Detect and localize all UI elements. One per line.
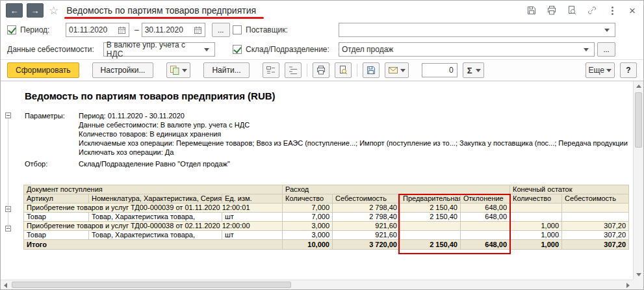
cell-deviation[interactable]: 648,00 [461, 213, 510, 222]
cell-preliminary[interactable]: 2 150,40 [400, 204, 461, 213]
cell-cost[interactable]: 3 720,00 [333, 240, 400, 250]
cell-cost[interactable]: 921,60 [333, 231, 400, 240]
col-header-cost-final[interactable]: Себестоимость [562, 194, 629, 204]
close-icon[interactable]: × [626, 5, 638, 16]
cell-preliminary[interactable] [400, 231, 461, 240]
table-row-detail[interactable]: Товар Товар, Характеристика товара, шт 3… [24, 231, 629, 240]
cell-final-qty[interactable]: 1,000 [510, 231, 562, 240]
cell-deviation[interactable]: 648,00 [461, 204, 510, 213]
cell-final-qty[interactable] [510, 204, 562, 213]
period-checkbox[interactable] [7, 25, 16, 34]
v-scrollbar[interactable] [633, 81, 643, 280]
scroll-down-button[interactable] [634, 270, 644, 280]
table-row-total[interactable]: Итого 10,000 3 720,00 2 150,40 648,00 1,… [24, 240, 629, 250]
print-icon[interactable] [546, 5, 558, 16]
h-scrollbar[interactable] [1, 280, 633, 289]
kebab-icon[interactable] [606, 5, 618, 16]
link-icon[interactable] [586, 5, 598, 16]
cell-document[interactable]: Приобретение товаров и услуг ТД00-000039… [24, 204, 283, 213]
counter-field[interactable]: 0 [422, 63, 457, 77]
help-button[interactable]: ? [620, 62, 637, 78]
cell-qty[interactable]: 3,000 [283, 231, 333, 240]
col-header-cost[interactable]: Себестоимость [333, 194, 400, 204]
save-result-button[interactable] [363, 62, 380, 78]
cell-final-cost[interactable]: 307,20 [562, 231, 629, 240]
chevron-down-icon[interactable] [201, 43, 212, 56]
h-scroll-thumb[interactable] [12, 282, 291, 288]
favorite-star-icon[interactable]: ☆ [49, 5, 58, 16]
report-variants-button[interactable] [166, 62, 190, 78]
cost-data-combo[interactable]: В валюте упр. учета с НДС [103, 42, 215, 57]
scroll-left-button[interactable] [1, 280, 10, 290]
save-icon[interactable] [526, 5, 537, 16]
cell-document[interactable]: Приобретение товаров и услуг ТД00-000038… [24, 222, 283, 231]
cell-qty[interactable]: 3,000 [283, 222, 333, 231]
cell-cost[interactable]: 921,60 [333, 222, 400, 231]
back-button[interactable]: ← [6, 3, 23, 18]
preview-icon[interactable] [566, 5, 578, 16]
table-row-group[interactable]: Приобретение товаров и услуг ТД00-000038… [24, 222, 629, 231]
expand-groups-button[interactable] [285, 62, 302, 78]
col-header-document[interactable]: Документ поступления [24, 185, 283, 194]
group-expander[interactable] [5, 112, 11, 118]
warehouse-combo[interactable]: Отдел продаж [339, 42, 595, 57]
col-header-final-balance[interactable]: Конечный остаток [510, 185, 629, 194]
cell-qty[interactable]: 7,000 [283, 213, 333, 222]
warehouse-checkbox[interactable] [233, 45, 242, 54]
chevron-down-icon[interactable] [602, 23, 612, 36]
cell-final-qty[interactable]: 1,000 [510, 240, 562, 250]
cell-nomenclature[interactable]: Товар, Характеристика товара, [89, 231, 222, 240]
col-header-quantity[interactable]: Количество [283, 194, 333, 204]
print-preview-button[interactable] [335, 62, 352, 78]
supplier-checkbox[interactable] [233, 25, 242, 34]
generate-button[interactable]: Сформировать [7, 62, 79, 78]
table-row-detail[interactable]: Товар Товар, Характеристика товара, шт 7… [24, 213, 629, 222]
calendar-icon[interactable] [194, 26, 202, 34]
col-header-nomenclature[interactable]: Номенклатура, Характеристика, Серия [89, 194, 222, 204]
find-button[interactable]: Найти... [203, 62, 249, 78]
chevron-down-icon[interactable] [581, 43, 591, 56]
send-mail-button[interactable] [385, 62, 409, 78]
cell-final-cost[interactable]: 307,20 [562, 222, 629, 231]
forward-button[interactable]: → [27, 3, 44, 18]
cell-preliminary[interactable] [400, 222, 461, 231]
col-header-article[interactable]: Артикул [24, 194, 89, 204]
more-button[interactable]: Еще [586, 62, 615, 78]
cell-final-qty[interactable] [510, 213, 562, 222]
cell-article[interactable]: Товар [24, 231, 89, 240]
collapse-groups-button[interactable] [263, 62, 279, 78]
cell-final-qty[interactable]: 1,000 [510, 222, 562, 231]
cell-nomenclature[interactable]: Товар, Характеристика товара, [89, 213, 222, 222]
cell-final-cost[interactable] [562, 204, 629, 213]
supplier-combo[interactable] [339, 23, 615, 37]
cell-qty[interactable]: 7,000 [283, 204, 333, 213]
cell-deviation[interactable]: 648,00 [461, 240, 510, 250]
cell-total-label[interactable]: Итого [24, 240, 283, 250]
col-header-expense[interactable]: Расход [283, 185, 510, 194]
cell-cost[interactable]: 2 798,40 [333, 204, 400, 213]
cell-preliminary[interactable]: 2 150,40 [400, 213, 461, 222]
cell-unit[interactable]: шт [222, 213, 283, 222]
col-header-deviation[interactable]: Отклонение [461, 194, 510, 204]
cell-final-cost[interactable]: 307,20 [562, 240, 629, 250]
scroll-right-button[interactable] [623, 280, 633, 290]
cell-deviation[interactable] [461, 231, 510, 240]
col-header-quantity-final[interactable]: Количество [510, 194, 562, 204]
calendar-icon[interactable] [118, 26, 126, 34]
cell-final-cost[interactable] [562, 213, 629, 222]
col-header-preliminary[interactable]: Предварительная [400, 194, 461, 204]
scroll-up-button[interactable] [634, 81, 644, 91]
cell-article[interactable]: Товар [24, 213, 89, 222]
cell-cost[interactable]: 2 798,40 [333, 213, 400, 222]
sum-button[interactable]: Σ [463, 62, 484, 78]
warehouse-more-button[interactable]: ... [597, 42, 615, 57]
cell-unit[interactable]: шт [222, 231, 283, 240]
settings-button[interactable]: Настройки... [92, 62, 154, 78]
v-scroll-thumb[interactable] [635, 92, 642, 148]
period-to-field[interactable]: 30.11.2020 [142, 23, 205, 37]
table-row-group[interactable]: Приобретение товаров и услуг ТД00-000039… [24, 204, 629, 213]
col-header-unit[interactable]: Ед. изм. [222, 194, 283, 204]
cell-qty[interactable]: 10,000 [283, 240, 333, 250]
cell-preliminary[interactable]: 2 150,40 [400, 240, 461, 250]
period-from-field[interactable]: 01.11.2020 [66, 23, 129, 37]
